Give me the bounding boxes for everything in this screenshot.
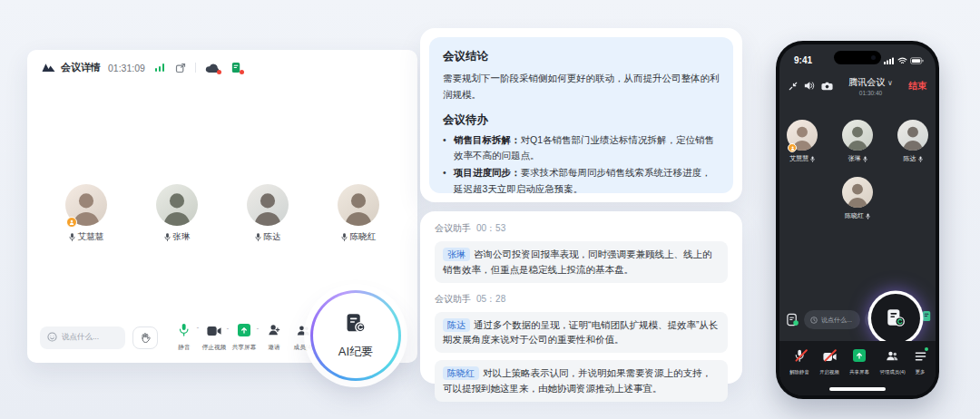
mute-button[interactable]: ˆ 静音	[170, 323, 198, 352]
todo-lead: 项目进度同步：	[454, 167, 521, 178]
page: 会议详情 01:31:09	[0, 0, 980, 419]
phone-meeting-timer: 01:30:40	[859, 90, 882, 96]
more-button[interactable]: 更多	[915, 349, 926, 376]
conclusion-text: 需要规划下一阶段采销侧如何更好的联动，从而提升公司整体的利润规模。	[443, 71, 720, 103]
home-indicator	[829, 387, 886, 391]
ai-minutes-badge[interactable]: AI纪要	[310, 290, 401, 381]
minutes-doc-icon[interactable]	[921, 310, 933, 326]
meeting-timer: 01:31:09	[108, 63, 145, 73]
minutes-doc-icon[interactable]	[786, 313, 799, 326]
titlebar-divider	[195, 63, 196, 73]
assistant-message: 陈达通过多个数据的呈现，证明“电销团队扩规模、提效率”从长期发展角度来说对于公司…	[435, 312, 728, 354]
assistant-section-label: 会议助手05：28	[435, 293, 728, 306]
participant-name: 张琳	[848, 154, 861, 163]
camera-off-icon	[823, 349, 837, 365]
avatar	[842, 120, 873, 151]
speaker-badge: 陈晓红	[443, 366, 479, 380]
emoji-icon	[47, 332, 57, 344]
participant-name: 艾慧慧	[789, 154, 808, 163]
mic-icon	[164, 233, 171, 241]
chevron-down-icon: ∨	[887, 79, 893, 87]
avatar	[156, 184, 198, 226]
message-text: 咨询公司投资回报率表现，同时强调要兼顾线上、线上的销售效率，但重点是稳定线上投流…	[443, 248, 712, 275]
phone-participant-grid: 艾慧慧 张琳 陈达	[779, 120, 936, 220]
participant-name: 艾慧慧	[78, 231, 104, 243]
mic-icon	[178, 323, 190, 340]
participant-row: 艾慧慧 张琳 陈达	[27, 184, 417, 243]
mic-icon	[255, 233, 261, 241]
ai-minutes-icon	[344, 312, 368, 339]
manage-members-button[interactable]: 管理成员(4)	[878, 349, 906, 376]
participant-name: 张琳	[173, 231, 191, 243]
participant-name: 陈晓红	[845, 211, 864, 220]
participant-name: 陈晓红	[350, 231, 377, 243]
open-external-icon[interactable]	[175, 63, 186, 73]
participant-tile[interactable]: 陈达	[235, 184, 300, 243]
participant-tile[interactable]: 艾慧慧	[54, 184, 119, 243]
participant-tile[interactable]: 陈晓红	[837, 177, 878, 220]
status-time: 9:41	[794, 55, 812, 65]
host-badge-icon	[66, 217, 77, 228]
phone-quick-controls: 说点什么...	[786, 309, 931, 330]
dynamic-island	[834, 51, 881, 64]
phone-share-screen-button[interactable]: 共享屏幕	[848, 349, 870, 376]
ai-minutes-label: AI纪要	[338, 344, 373, 360]
network-signal-icon	[155, 63, 165, 72]
assistant-message: 张琳咨询公司投资回报率表现，同时强调要兼顾线上、线上的销售效率，但重点是稳定线上…	[435, 241, 728, 283]
cloud-record-icon[interactable]	[205, 63, 220, 73]
avatar	[247, 184, 289, 226]
message-text: 对以上策略表示认同，并说明如果需要资源上的支持，可以提报到她这里来，由她协调资源…	[443, 367, 711, 394]
phone-ai-minutes-button[interactable]	[871, 294, 920, 343]
host-badge-icon	[788, 143, 797, 152]
assistant-message: 陈晓红对以上策略表示认同，并说明如果需要资源上的支持，可以提报到她这里来，由她协…	[435, 360, 728, 402]
todo-list: • 销售目标拆解：对Q1各销售部门业绩达标情况拆解，定位销售效率不高的问题点。 …	[443, 132, 720, 193]
phone-meeting-header: 腾讯会议 ∨ 01:30:40 结束	[779, 68, 936, 100]
meeting-titlebar: 会议详情 01:31:09	[27, 50, 417, 74]
participant-tile[interactable]: 艾慧慧	[781, 120, 823, 163]
speaker-badge: 张琳	[443, 248, 470, 261]
phone-meeting-title[interactable]: 腾讯会议 ∨	[848, 76, 893, 89]
avatar	[842, 177, 873, 208]
mic-icon	[810, 156, 815, 162]
meeting-detail-label[interactable]: 会议详情	[61, 61, 101, 74]
invite-button[interactable]: 邀请	[260, 324, 288, 352]
avatar	[897, 120, 928, 151]
chat-input[interactable]: 说点什么...	[40, 326, 125, 349]
mic-muted-icon	[794, 349, 805, 365]
participant-tile[interactable]: 张琳	[144, 184, 210, 243]
stop-video-button[interactable]: ˆ 停止视频	[200, 324, 228, 352]
share-screen-button[interactable]: ˆ 共享屏幕	[230, 324, 258, 352]
todo-title: 会议待办	[443, 112, 720, 128]
end-meeting-button[interactable]: 结束	[908, 80, 926, 93]
avatar	[338, 184, 379, 226]
members-icon	[886, 349, 898, 365]
camera-flip-icon[interactable]	[821, 78, 833, 94]
mic-icon	[866, 213, 870, 219]
minimize-icon[interactable]	[789, 78, 798, 94]
meeting-assistant-card: 会议助手00：53 张琳咨询公司投资回报率表现，同时强调要兼顾线上、线上的销售效…	[420, 211, 742, 384]
chat-input-placeholder: 说点什么...	[62, 332, 99, 343]
share-screen-icon	[853, 349, 866, 365]
participant-tile[interactable]: 陈晓红	[326, 184, 391, 243]
mic-icon	[69, 233, 75, 241]
start-video-button[interactable]: 开启视频	[818, 349, 840, 376]
assistant-timestamp: 00：53	[476, 222, 505, 235]
battery-icon	[910, 52, 924, 68]
mic-icon	[863, 156, 867, 162]
minutes-doc-icon[interactable]	[230, 62, 242, 73]
participant-tile[interactable]: 陈达	[892, 120, 934, 163]
speaker-badge: 陈达	[443, 318, 470, 332]
speaker-icon[interactable]	[804, 78, 815, 94]
message-text: 通过多个数据的呈现，证明“电销团队扩规模、提效率”从长期发展角度来说对于公司的重…	[443, 319, 719, 346]
phone-chat-input[interactable]: 说点什么...	[804, 310, 860, 329]
mic-icon	[918, 156, 923, 162]
phone-chat-placeholder: 说点什么...	[821, 316, 852, 325]
wifi-icon	[897, 52, 907, 68]
camera-icon	[207, 324, 221, 340]
unmute-button[interactable]: 解除静音	[789, 349, 810, 376]
members-icon	[297, 324, 310, 340]
phone-screen: 9:41	[779, 44, 936, 395]
participant-tile[interactable]: 张琳	[837, 120, 878, 163]
meeting-logo-icon	[42, 63, 55, 73]
raise-hand-button[interactable]	[132, 326, 158, 349]
